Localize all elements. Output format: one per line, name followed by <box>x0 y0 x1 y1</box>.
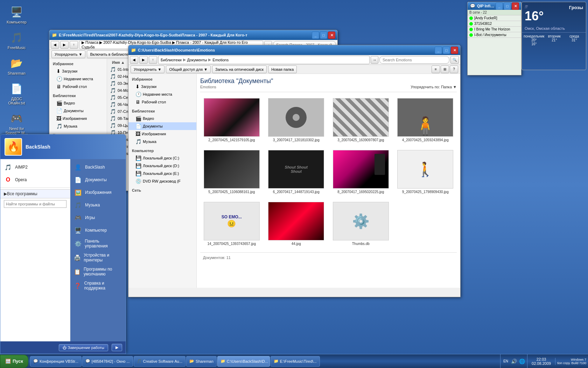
sm-item-help[interactable]: ❓ Справка и поддержка <box>70 279 126 293</box>
sm-item-computer[interactable]: 🖥️ Компьютер <box>70 224 126 237</box>
file-item-5[interactable]: 5_20070425_1106088161.jpg <box>202 149 261 195</box>
qip-contact-3[interactable]: I Bring Me The Horizon <box>468 27 521 32</box>
explorer2-close-button[interactable]: ✕ <box>328 32 335 39</box>
emotions-search-input[interactable] <box>379 56 449 64</box>
sm-item-backslash[interactable]: 👤 BackSlash <box>70 161 126 173</box>
view-list-button[interactable]: ≡ <box>432 66 440 73</box>
taskbar-item-creative[interactable]: 🎵 Creative Software Au... <box>134 356 186 367</box>
taskbar-item-shareman[interactable]: 📂 Shareman <box>186 356 217 367</box>
sidebar-item-images[interactable]: 🖼Изображения <box>128 130 196 138</box>
sidebar-item-recent[interactable]: 🕐Недавние места <box>128 90 196 98</box>
taskbar-item-freemusic[interactable]: 📁 E:\FreeMusic\Tired\... <box>271 356 320 367</box>
sidebar-item-dvd2[interactable]: 💿DVD RW дисковод (F <box>128 177 196 185</box>
taskbar-items: 💬 Конференция VBStr... 💬 [485847842] - О… <box>28 356 500 367</box>
sidebar-item-recent[interactable]: 🕐Недавние места <box>49 75 107 83</box>
up-button[interactable]: ↑ <box>70 41 78 49</box>
sidebar-item-docs[interactable]: 📄Документы <box>49 107 107 115</box>
desktop-icon-freemusic[interactable]: 🎵 FreeMusic <box>4 29 30 51</box>
file-item-8[interactable]: 🚶 9_20070425_1798909430.jpg <box>396 149 455 195</box>
file-item-6[interactable]: Shout ShoutShout 6_20070417_1448719143.j… <box>267 149 326 195</box>
sm-item-default-programs[interactable]: 📋 Программы по умолчанию <box>70 265 126 279</box>
emotions-minimize-button[interactable]: _ <box>435 47 442 54</box>
sm-item-control-panel[interactable]: ⚙️ Панель управления <box>70 237 126 251</box>
all-programs-button[interactable]: ▶ Все программы <box>0 189 70 198</box>
sort-control[interactable]: Упорядочить по: Папка ▼ <box>411 85 457 89</box>
sidebar-item-cdrive2[interactable]: 💾Локальный диск (C:) <box>128 154 196 162</box>
file-item-7[interactable]: 8_20070417_1695020225.jpg <box>331 149 391 195</box>
sm-item-games[interactable]: 🎮 Игры <box>70 211 126 224</box>
taskbar-item-qip[interactable]: 💬 [485847842] - Окно ... <box>82 356 133 367</box>
sidebar-item-video[interactable]: 🎬Видео <box>49 99 107 107</box>
emotions-close-button[interactable]: ✕ <box>451 47 458 54</box>
sm-item-music[interactable]: 🎵 Музыка <box>70 199 126 211</box>
shutdown-arrow-button[interactable]: ▶ <box>112 344 122 351</box>
explorer2-maximize-button[interactable]: □ <box>320 32 327 39</box>
sidebar-item-music[interactable]: 🎵Музыка <box>49 122 107 130</box>
organize-dropdown-button[interactable]: Упорядочить ▼ <box>131 66 164 73</box>
view-details-button[interactable]: ⊞ <box>441 66 449 73</box>
taskbar-item-conference[interactable]: 💬 Конференция VBStr... <box>30 356 82 367</box>
file-item-db[interactable]: ⚙️ Thumbs.db <box>331 200 391 247</box>
sidebar-item-zagruzki[interactable]: ⬇Загрузки <box>49 67 107 75</box>
sidebar-item-zagruzki[interactable]: ⬇Загрузки <box>128 83 196 90</box>
sidebar-item-documents[interactable]: 📄Документы <box>128 122 196 130</box>
emotions-maximize-button[interactable]: □ <box>443 47 450 54</box>
emotions-address-bar[interactable]: Библиотеки ▶ Документы ▶ Emotions <box>158 56 370 64</box>
file-item-3[interactable]: 3_20070425_1639097807.jpg <box>331 97 391 143</box>
taskbar-clock[interactable]: 22:03 02.08.2009 <box>527 354 555 368</box>
emotions-back-button[interactable]: ◀ <box>130 56 138 64</box>
start-button[interactable]: 🪟 Пуск <box>0 355 28 368</box>
share-dropdown-button[interactable]: Общий доступ для ▼ <box>166 66 211 73</box>
emotions-search-button[interactable]: 🔍 <box>450 56 459 64</box>
forward-button[interactable]: ▶ <box>60 41 69 49</box>
new-folder-button[interactable]: Новая папка <box>268 66 297 73</box>
desktop-icon-computer[interactable]: 🖥️ Компьютер <box>4 4 30 26</box>
audio-file-icon: 🎵 <box>110 95 116 100</box>
sidebar-item-desktop[interactable]: 🖥Рабочий стол <box>128 98 196 106</box>
sidebar-item-ddrive2[interactable]: 💾Локальный диск (D:) <box>128 162 196 170</box>
start-search-input[interactable] <box>4 200 66 208</box>
help-button[interactable]: ? <box>450 66 458 73</box>
sm-item-documents[interactable]: 📄 Документы <box>70 173 126 186</box>
emotions-go-button[interactable]: → <box>371 56 378 64</box>
volume-icon[interactable]: 🔊 <box>510 358 517 365</box>
qip-online-count: В сети - 22 <box>468 10 521 15</box>
sidebar-item-video[interactable]: 🎬Видео <box>128 115 196 122</box>
desktop-icon-nfs[interactable]: 🎮 Need for Speed™ M... <box>4 110 30 136</box>
burn-button[interactable]: Запись на оптический диск <box>212 66 267 73</box>
shutdown-button[interactable]: ⏻ Завершение работы <box>59 344 108 351</box>
name-column-header[interactable]: Имя ▲ <box>110 60 127 65</box>
computer-icon: 🖥️ <box>10 5 24 19</box>
organize-button[interactable]: Упорядочить ▼ <box>51 50 85 58</box>
sidebar-item-music[interactable]: 🎵Музыка <box>128 138 196 145</box>
sm-item-opera[interactable]: O Opera <box>0 173 70 186</box>
qip-minimize-button[interactable]: _ <box>496 2 503 10</box>
qip-maximize-button[interactable]: □ <box>504 2 511 10</box>
weather-day-3: среда 31° <box>564 34 584 46</box>
keyboard-layout-indicator[interactable]: EN <box>502 358 509 365</box>
desktop-icon-ddos[interactable]: 📄 ДДОС ОКайн.txt <box>4 80 30 107</box>
file-item-1[interactable]: 2_20070425_1421579105.jpg <box>202 97 261 143</box>
sidebar-item-images[interactable]: 🖼Изображения <box>49 115 107 122</box>
nfs-icon: 🎮 <box>10 111 24 125</box>
qip-contact-2[interactable]: 371543812 <box>468 21 521 27</box>
taskbar-item-backslash[interactable]: 📁 C:\Users\BackSlash\D... <box>217 356 270 367</box>
file-item-10[interactable]: 44.jpg <box>267 200 326 247</box>
sm-item-devices[interactable]: 🖨️ Устройства и принтеры <box>70 251 126 265</box>
file-item-2[interactable]: 3_20070417_1201810302.jpg <box>267 97 326 143</box>
desktop-icon-shareman[interactable]: 📂 Shareman <box>4 55 30 77</box>
network-icon[interactable]: 🌐 <box>518 358 525 365</box>
qip-contact-4[interactable]: I-Bot / Инструменты <box>468 32 521 38</box>
qip-close-button[interactable]: ✕ <box>512 2 519 10</box>
sm-item-images[interactable]: 🖼️ Изображения <box>70 186 126 199</box>
back-button[interactable]: ◀ <box>51 41 59 49</box>
qip-contact-1[interactable]: [Andy FuckeR] <box>468 15 521 21</box>
emotions-up-button[interactable]: ↑ <box>149 56 157 64</box>
sidebar-item-edrive2[interactable]: 💾Локальный диск (E:) <box>128 170 196 177</box>
explorer2-minimize-button[interactable]: _ <box>312 32 319 39</box>
file-item-9[interactable]: SO EMO...😐 14_20070425_1393743657.jpg <box>202 200 261 247</box>
file-item-4[interactable]: 🧍 4_20070425_1059243894.jpg <box>396 97 455 143</box>
sidebar-item-desktop[interactable]: 🖥Рабочий стол <box>49 83 107 90</box>
emotions-forward-button[interactable]: ▶ <box>139 56 148 64</box>
sm-item-aimp2[interactable]: 🎵 AIMP2 <box>0 161 70 173</box>
